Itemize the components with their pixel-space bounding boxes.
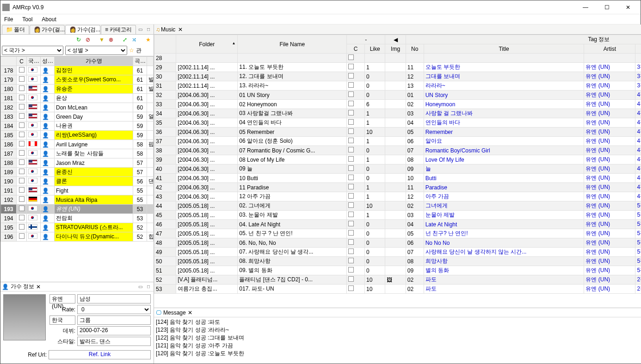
check-cell[interactable]	[17, 103, 27, 112]
artist-cell[interactable]: 유엔 (UN)	[584, 220, 635, 229]
min-panel-button[interactable]: ▭	[136, 283, 144, 291]
table-row[interactable]: 30[2002.11.14] ...12. 그대를 보내며012그대를 보내며유…	[154, 72, 641, 81]
checkbox-icon[interactable]	[348, 184, 354, 189]
message-tab[interactable]: Message	[161, 309, 188, 316]
checkbox-icon[interactable]	[348, 212, 354, 217]
check-cell[interactable]	[17, 195, 27, 205]
title-cell[interactable]: 사랑해요 당신이 날 생각하지 않는 시간...	[424, 248, 584, 257]
check-cell[interactable]	[347, 155, 365, 164]
gender-select[interactable]: < 성별 >	[65, 46, 127, 55]
artist-grid[interactable]: C 국가 성별 가수명 곡수 178👤김정민61179👤스윗소로우(Sweet …	[0, 56, 154, 282]
title-cell[interactable]: 아주 가끔	[424, 192, 584, 201]
check-cell[interactable]	[347, 275, 365, 285]
checkbox-icon[interactable]	[348, 165, 354, 171]
artist-name-cell[interactable]: 유승준	[55, 85, 133, 94]
col-folder[interactable]: Folder	[176, 35, 238, 54]
check-cell[interactable]	[17, 75, 27, 85]
check-cell[interactable]	[17, 186, 27, 195]
maximize-pane-button[interactable]: □	[145, 26, 152, 33]
col-c[interactable]: C	[17, 57, 27, 66]
table-row[interactable]: 40[2004.06.30] ...09 늘009늘유엔 (UN)4집 Reun…	[154, 164, 641, 174]
table-row[interactable]: 43[2004.06.30] ...12 아주 가끔112아주 가끔유엔 (UN…	[154, 192, 641, 201]
album-cell[interactable]: 4집 Reunion	[635, 183, 641, 192]
artist-name-cell[interactable]: 리쌍(LeeSSang)	[55, 131, 133, 140]
artist-name-cell[interactable]: 윤상	[55, 94, 133, 103]
title-cell[interactable]: Honeymoon	[424, 100, 584, 109]
checkbox-icon[interactable]	[348, 91, 354, 97]
checkbox-icon[interactable]	[19, 113, 25, 119]
album-cell[interactable]: 4집 Reunion	[635, 118, 641, 127]
check-cell[interactable]	[17, 94, 27, 103]
artist-cell[interactable]: 유엔 (UN)	[584, 81, 635, 91]
check-cell[interactable]	[347, 238, 365, 248]
artist-name-cell[interactable]: Fight	[55, 186, 133, 195]
checkbox-icon[interactable]	[348, 202, 354, 208]
check-cell[interactable]	[347, 63, 365, 72]
check-cell[interactable]	[17, 205, 27, 214]
check-cell[interactable]	[347, 285, 365, 294]
ref-link[interactable]: Ref. Link	[89, 351, 111, 358]
maximize-button[interactable]: ☐	[596, 0, 617, 14]
check-cell[interactable]	[347, 109, 365, 118]
table-row[interactable]: 190👤클론56댄	[1, 177, 154, 186]
table-row[interactable]: 53여름가요 총집...017. 파도- UN1002파도유엔 (UN)2집 T…	[154, 285, 641, 294]
title-cell[interactable]: 라라라~	[424, 81, 584, 91]
artist-name-cell[interactable]: 스윗소로우(Sweet Sorro...	[55, 75, 133, 85]
artist-cell[interactable]: 유엔 (UN)	[584, 63, 635, 72]
title-cell[interactable]: UN Story	[424, 91, 584, 100]
artist-cell[interactable]: 유엔 (UN)	[584, 118, 635, 127]
table-row[interactable]: 44[2005.05.18] ...02. 그녀에게1002그녀에게유엔 (UN…	[154, 201, 641, 211]
rate-select[interactable]: 0	[77, 305, 151, 314]
album-cell[interactable]: 4집 Reunion	[635, 164, 641, 174]
checkbox-icon[interactable]	[19, 196, 25, 202]
col-extra[interactable]	[147, 57, 154, 66]
title-cell[interactable]: 눈물아 제발	[424, 211, 584, 220]
star-button[interactable]: ★	[144, 36, 152, 44]
close-icon[interactable]: ✕	[188, 309, 192, 316]
title-cell[interactable]: 희망사항	[424, 257, 584, 266]
checkbox-icon[interactable]	[348, 64, 354, 69]
artist-cell[interactable]: 유엔 (UN)	[584, 275, 635, 285]
table-row[interactable]: 28	[154, 54, 641, 63]
table-row[interactable]: 192👤Musica Alta Ripa55	[1, 195, 154, 205]
table-row[interactable]: 195👤STRATOVARIUS (스트라...52	[1, 223, 154, 232]
col-file[interactable]: File Name	[238, 35, 347, 54]
close-icon[interactable]: ✕	[36, 284, 41, 290]
checkbox-icon[interactable]	[348, 147, 354, 152]
table-row[interactable]: 191👤Fight55	[1, 186, 154, 195]
max-panel-button[interactable]: □	[145, 283, 152, 291]
checkbox-icon[interactable]	[348, 110, 354, 115]
check-cell[interactable]	[347, 174, 365, 183]
album-cell[interactable]: 3집 Extreme Happiness	[635, 63, 641, 72]
checkbox-icon[interactable]	[348, 285, 354, 291]
check-cell[interactable]	[347, 192, 365, 201]
album-cell[interactable]	[635, 54, 641, 63]
artist-name-cell[interactable]: 유엔 (UN)	[55, 205, 133, 214]
check-cell[interactable]	[17, 223, 27, 232]
checkbox-icon[interactable]	[348, 267, 354, 273]
title-cell[interactable]: 늘	[424, 164, 584, 174]
check-cell[interactable]	[347, 266, 365, 275]
checkbox-icon[interactable]	[348, 55, 354, 60]
album-cell[interactable]: 2집 Traveling You	[635, 275, 641, 285]
checkbox-icon[interactable]	[348, 249, 354, 254]
col-album[interactable]: Album	[635, 44, 641, 54]
undo-filter-button[interactable]: ⊗	[107, 36, 115, 44]
artist-cell[interactable]: 유엔 (UN)	[584, 109, 635, 118]
title-cell[interactable]: Romantic Boy/Cosmic Girl	[424, 146, 584, 155]
col-like[interactable]: Like	[365, 44, 385, 54]
check-cell[interactable]	[17, 112, 27, 121]
artist-cell[interactable]: 유엔 (UN)	[584, 164, 635, 174]
title-cell[interactable]: Paradise	[424, 183, 584, 192]
message-body[interactable]: [124] 음악 찾기 성공 :파도[123] 음악 찾기 성공 :라라라~[1…	[154, 317, 641, 364]
table-row[interactable]: 178👤김정민61	[1, 66, 154, 75]
music-tab-label[interactable]: Music	[161, 26, 175, 33]
checkbox-icon[interactable]	[348, 239, 354, 245]
table-row[interactable]: 179👤스윗소로우(Sweet Sorro...61발	[1, 75, 154, 85]
col-artist[interactable]: Artist	[584, 44, 635, 54]
checkbox-icon[interactable]	[348, 128, 354, 134]
table-row[interactable]: 180👤유승준61발	[1, 85, 154, 94]
artist-cell[interactable]: 유엔 (UN)	[584, 155, 635, 164]
checkbox-icon[interactable]	[19, 233, 25, 239]
check-cell[interactable]	[17, 66, 27, 75]
